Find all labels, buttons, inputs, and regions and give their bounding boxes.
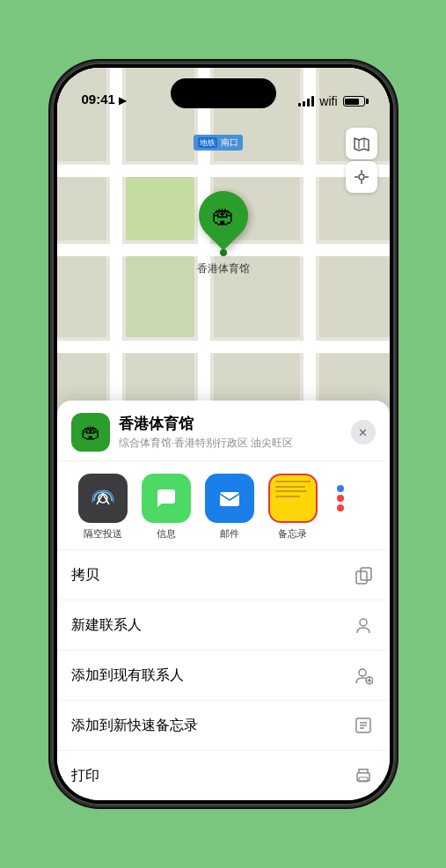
battery-icon xyxy=(343,96,365,107)
pin-emoji: 🏟 xyxy=(212,202,235,230)
svg-point-35 xyxy=(359,669,366,676)
battery-fill xyxy=(345,99,359,105)
svg-point-25 xyxy=(359,174,364,180)
signal-bar-4 xyxy=(311,96,314,107)
notes-icon xyxy=(268,474,318,523)
add-contact-svg xyxy=(354,615,373,635)
svg-rect-3 xyxy=(57,341,390,353)
notes-label: 备忘录 xyxy=(278,527,307,541)
mail-svg xyxy=(216,485,243,511)
station-name: 南口 xyxy=(221,137,238,147)
wifi-icon: wifi xyxy=(319,94,337,108)
share-airdrop[interactable]: 隔空投送 xyxy=(71,474,135,541)
status-icons: wifi xyxy=(298,94,364,108)
pin-dot xyxy=(220,249,227,256)
action-list: 拷贝 新建联系人 xyxy=(57,549,390,800)
notes-line-2 xyxy=(275,486,305,488)
quicknote-svg xyxy=(354,716,373,735)
svg-rect-15 xyxy=(57,256,106,337)
svg-rect-1 xyxy=(57,165,390,177)
share-notes[interactable]: 备忘录 xyxy=(261,474,325,541)
add-quicknote-label: 添加到新快速备忘录 xyxy=(71,717,198,735)
location-arrow-icon: ▶ xyxy=(119,94,127,107)
add-existing-icon xyxy=(351,663,376,688)
more-dot-1 xyxy=(337,485,344,492)
messages-svg xyxy=(153,485,179,511)
map-view-icon xyxy=(353,135,370,152)
venue-subtitle: 综合体育馆·香港特别行政区 油尖旺区 xyxy=(119,436,351,451)
add-existing-svg xyxy=(354,666,373,685)
svg-rect-33 xyxy=(356,571,367,584)
signal-bar-3 xyxy=(307,99,310,107)
location-icon xyxy=(354,169,369,185)
share-messages[interactable]: 信息 xyxy=(135,474,198,541)
location-pin: 🏟 香港体育馆 xyxy=(195,191,252,276)
venue-info: 香港体育馆 综合体育馆·香港特别行政区 油尖旺区 xyxy=(119,414,351,451)
sheet-header: 🏟 香港体育馆 综合体育馆·香港特别行政区 油尖旺区 ✕ xyxy=(57,401,390,461)
more-dot-3 xyxy=(337,504,344,511)
venue-name: 香港体育馆 xyxy=(119,414,351,434)
airdrop-label: 隔空投送 xyxy=(84,527,122,541)
svg-rect-32 xyxy=(361,568,371,580)
mail-icon xyxy=(205,474,254,523)
signal-bars xyxy=(298,96,314,107)
copy-icon xyxy=(351,563,376,587)
notes-line-4 xyxy=(275,496,300,497)
action-print[interactable]: 打印 xyxy=(57,751,390,800)
svg-rect-4 xyxy=(110,68,122,446)
action-add-quicknote[interactable]: 添加到新快速备忘录 xyxy=(57,701,390,751)
share-more[interactable] xyxy=(325,474,356,523)
notes-line-3 xyxy=(275,490,307,492)
signal-bar-2 xyxy=(303,101,305,107)
close-icon: ✕ xyxy=(358,426,368,439)
phone-screen: 09:41 ▶ wifi xyxy=(57,68,390,800)
map-controls xyxy=(346,128,377,193)
print-svg xyxy=(354,766,373,785)
share-mail[interactable]: 邮件 xyxy=(198,474,261,541)
add-contact-label: 新建联系人 xyxy=(71,616,142,635)
action-copy[interactable]: 拷贝 xyxy=(57,550,390,600)
signal-bar-1 xyxy=(298,103,301,107)
map-view-button[interactable] xyxy=(346,128,377,159)
map-area: 地铁 南口 xyxy=(57,68,390,446)
status-time: 09:41 xyxy=(82,92,115,108)
more-dot-2 xyxy=(337,495,344,502)
mail-label: 邮件 xyxy=(220,527,239,541)
airdrop-icon xyxy=(78,474,128,523)
venue-icon: 🏟 xyxy=(71,413,110,452)
action-add-existing[interactable]: 添加到现有联系人 xyxy=(57,651,390,701)
pin-shape: 🏟 xyxy=(195,191,252,256)
phone-frame: 09:41 ▶ wifi xyxy=(52,63,395,805)
svg-point-34 xyxy=(360,619,367,626)
location-button[interactable] xyxy=(346,161,377,193)
pin-bg: 🏟 xyxy=(188,180,258,250)
add-existing-label: 添加到现有联系人 xyxy=(71,666,184,685)
svg-rect-31 xyxy=(220,492,239,506)
add-quicknote-icon xyxy=(351,713,376,738)
map-station-label: 地铁 南口 xyxy=(194,135,244,151)
print-label: 打印 xyxy=(71,767,99,785)
copy-label: 拷贝 xyxy=(71,566,99,585)
airdrop-svg xyxy=(90,485,116,511)
add-contact-icon xyxy=(351,613,376,637)
svg-rect-12 xyxy=(57,177,106,240)
svg-rect-18 xyxy=(319,256,390,337)
close-button[interactable]: ✕ xyxy=(351,420,376,445)
bottom-sheet: 🏟 香港体育馆 综合体育馆·香港特别行政区 油尖旺区 ✕ xyxy=(57,401,390,800)
svg-rect-11 xyxy=(126,177,194,240)
action-add-contact[interactable]: 新建联系人 xyxy=(57,600,390,651)
more-dots-icon xyxy=(328,474,353,523)
print-icon xyxy=(351,763,376,788)
venue-emoji: 🏟 xyxy=(81,421,100,444)
svg-rect-6 xyxy=(303,68,316,446)
dynamic-island xyxy=(171,78,276,108)
share-apps-row: 隔空投送 信息 xyxy=(57,461,390,549)
messages-label: 信息 xyxy=(157,527,176,541)
station-prefix: 地铁 xyxy=(198,137,217,148)
venue-pin-label: 香港体育馆 xyxy=(197,261,250,276)
messages-icon xyxy=(142,474,191,523)
notes-line-1 xyxy=(275,481,311,482)
copy-svg xyxy=(354,565,373,585)
svg-rect-16 xyxy=(126,256,194,337)
